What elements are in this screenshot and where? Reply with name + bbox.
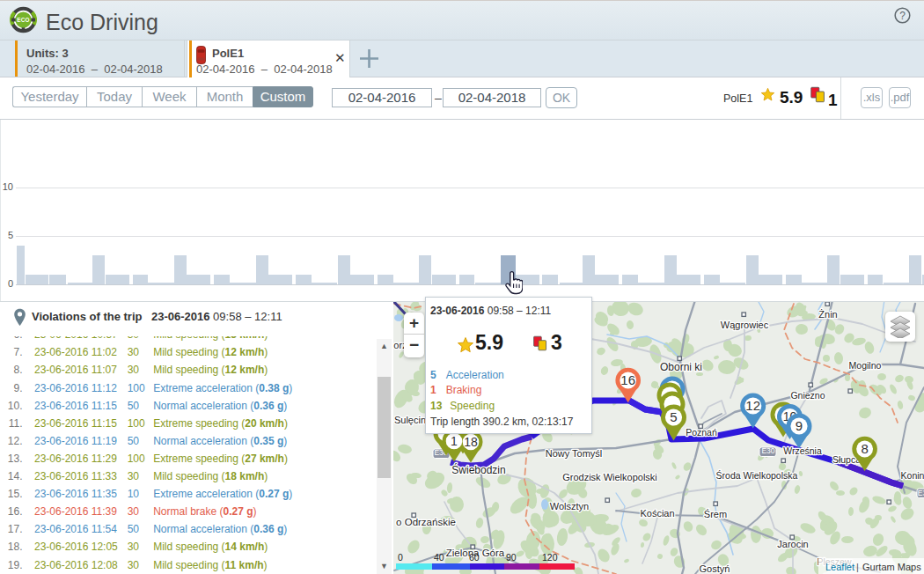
svg-text:40: 40 bbox=[434, 552, 444, 563]
svg-text:Mogilno: Mogilno bbox=[849, 360, 882, 371]
svg-text:Śrem: Śrem bbox=[704, 509, 727, 519]
svg-text:Środa Wielkopolska: Środa Wielkopolska bbox=[716, 470, 798, 481]
svg-text:Wolsztyn: Wolsztyn bbox=[550, 501, 589, 511]
svg-text:0: 0 bbox=[398, 552, 403, 563]
svg-text:Jarocin: Jarocin bbox=[777, 539, 808, 549]
svg-text:Gostyń: Gostyń bbox=[700, 563, 730, 574]
svg-text:Oborni ki: Oborni ki bbox=[660, 361, 702, 373]
svg-text:o Odrzańskie: o Odrzańskie bbox=[396, 517, 456, 527]
svg-text:60: 60 bbox=[469, 552, 480, 563]
svg-text:120: 120 bbox=[542, 552, 558, 563]
svg-text:Gurtam Maps: Gurtam Maps bbox=[862, 562, 921, 572]
svg-text:Leaflet: Leaflet bbox=[825, 562, 854, 572]
svg-text:E30: E30 bbox=[761, 446, 774, 455]
svg-text:Nowy Tomyśl: Nowy Tomyśl bbox=[546, 448, 603, 459]
svg-text:|: | bbox=[856, 562, 859, 572]
svg-text:12: 12 bbox=[745, 398, 760, 413]
svg-text:E3: E3 bbox=[918, 489, 924, 497]
svg-text:8: 8 bbox=[861, 441, 868, 456]
svg-text:Żnin: Żnin bbox=[818, 309, 837, 320]
svg-text:Sulęcin: Sulęcin bbox=[394, 415, 426, 425]
svg-text:90: 90 bbox=[506, 552, 517, 563]
svg-text:9: 9 bbox=[796, 418, 803, 433]
svg-text:18: 18 bbox=[464, 435, 478, 449]
svg-text:16: 16 bbox=[620, 372, 635, 387]
svg-text:Wągrowiec: Wągrowiec bbox=[721, 320, 769, 330]
svg-text:Grodzisk Wielkopolski: Grodzisk Wielkopolski bbox=[562, 472, 657, 482]
svg-text:Kościan: Kościan bbox=[640, 508, 674, 519]
svg-text:Konin: Konin bbox=[901, 470, 924, 481]
svg-text:Świebodzin: Świebodzin bbox=[451, 463, 505, 476]
svg-text:Września: Września bbox=[783, 445, 822, 456]
svg-text:1: 1 bbox=[451, 434, 458, 448]
svg-text:5: 5 bbox=[670, 409, 677, 424]
svg-text:Gniezno: Gniezno bbox=[790, 390, 825, 401]
